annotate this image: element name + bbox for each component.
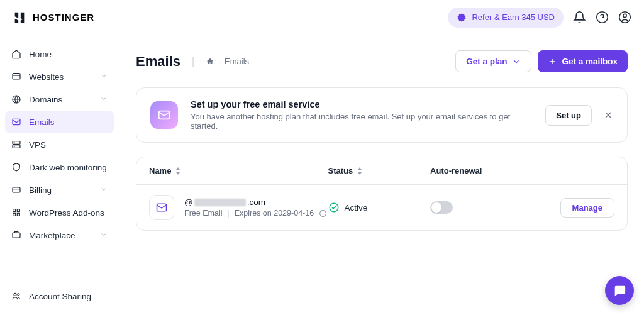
plus-icon: [548, 57, 557, 66]
table-header: Name Status Auto-renewal: [136, 157, 627, 185]
svg-rect-11: [13, 209, 16, 212]
get-mailbox-button[interactable]: Get a mailbox: [538, 50, 628, 72]
sidebar-item-billing[interactable]: Billing: [5, 179, 114, 201]
manage-button[interactable]: Manage: [560, 198, 614, 218]
status-text: Active: [345, 203, 368, 213]
badge-icon: [457, 13, 467, 23]
sidebar-item-home[interactable]: Home: [5, 43, 114, 65]
sidebar-item-label: VPS: [29, 140, 108, 150]
sidebar-item-wp-addons[interactable]: WordPress Add-ons: [5, 201, 114, 224]
svg-rect-10: [13, 187, 20, 192]
sort-icon: [357, 167, 363, 175]
svg-point-8: [14, 143, 14, 143]
email-meta: Free Email | Expires on 2029-04-16: [184, 209, 327, 218]
redacted-domain: [194, 199, 246, 206]
chevron-down-icon: [100, 231, 108, 240]
sidebar-item-label: Billing: [29, 185, 92, 195]
mail-icon: [150, 101, 178, 129]
sidebar-item-account-sharing[interactable]: Account Sharing: [5, 285, 114, 307]
column-header-status[interactable]: Status: [328, 166, 431, 175]
globe-icon: [11, 94, 21, 104]
logo-icon: [13, 11, 26, 25]
column-header-name[interactable]: Name: [149, 166, 328, 175]
svg-rect-3: [13, 74, 20, 79]
sidebar-item-label: Account Sharing: [29, 292, 108, 301]
sidebar-item-darkweb[interactable]: Dark web monitoring: [5, 156, 114, 179]
email-domain: @ .com: [184, 197, 327, 207]
info-icon[interactable]: [319, 209, 327, 218]
chat-widget-button[interactable]: [605, 276, 634, 305]
mail-icon: [11, 117, 21, 127]
svg-point-17: [18, 294, 19, 296]
sidebar-item-label: Marketplace: [29, 231, 92, 240]
page-header: Emails | - Emails Get a plan Get a mailb…: [136, 50, 628, 72]
svg-point-2: [623, 14, 626, 17]
svg-point-16: [14, 293, 16, 296]
brand-logo[interactable]: HOSTINGER: [13, 11, 94, 25]
svg-point-9: [14, 146, 14, 147]
account-icon[interactable]: [618, 11, 631, 25]
websites-icon: [11, 72, 21, 82]
button-label: Get a plan: [466, 57, 507, 66]
brand-name: HOSTINGER: [33, 12, 94, 23]
breadcrumb[interactable]: - Emails: [206, 57, 249, 66]
grid-icon: [11, 207, 21, 218]
emails-table: Name Status Auto-renewal @: [136, 157, 628, 231]
sidebar-item-label: Home: [29, 50, 108, 59]
svg-rect-13: [13, 213, 16, 216]
page-title: Emails: [136, 53, 180, 70]
chevron-down-icon: [100, 185, 108, 195]
close-icon[interactable]: [603, 110, 613, 120]
sidebar-item-label: Emails: [29, 118, 108, 127]
setup-description: You have another hosting plan that inclu…: [191, 112, 533, 131]
breadcrumb-text: - Emails: [219, 57, 249, 66]
button-label: Get a mailbox: [562, 57, 618, 66]
setup-banner: Set up your free email service You have …: [136, 87, 628, 143]
toggle-knob: [431, 202, 441, 213]
auto-renewal-toggle[interactable]: [430, 201, 453, 214]
shield-icon: [11, 162, 21, 172]
sidebar-item-label: Domains: [29, 95, 92, 104]
chevron-down-icon: [100, 95, 108, 104]
home-icon: [206, 57, 214, 66]
card-icon: [11, 185, 21, 195]
refer-label: Refer & Earn 345 USD: [472, 13, 555, 22]
sidebar-item-domains[interactable]: Domains: [5, 88, 114, 111]
help-icon[interactable]: [595, 11, 609, 25]
column-header-renewal: Auto-renewal: [430, 166, 545, 175]
get-plan-button[interactable]: Get a plan: [455, 50, 531, 72]
svg-rect-15: [13, 233, 20, 238]
table-row: @ .com Free Email | Expires on 2029-04-1…: [136, 185, 627, 230]
svg-rect-14: [17, 213, 19, 216]
top-header: HOSTINGER Refer & Earn 345 USD: [0, 0, 644, 35]
sidebar-item-label: Websites: [29, 72, 92, 82]
server-icon: [11, 140, 21, 150]
check-circle-icon: [328, 202, 340, 213]
sidebar-item-label: WordPress Add-ons: [29, 208, 108, 218]
sidebar-nav: Home Websites Domains Emails VPS: [5, 43, 114, 285]
header-right: Refer & Earn 345 USD: [448, 8, 631, 28]
mail-icon: [149, 195, 174, 220]
users-icon: [11, 291, 21, 301]
chat-icon: [613, 284, 626, 297]
sidebar-item-marketplace[interactable]: Marketplace: [5, 224, 114, 246]
sort-icon: [175, 167, 181, 175]
svg-rect-12: [17, 209, 19, 212]
chevron-down-icon: [100, 72, 108, 82]
svg-point-0: [596, 12, 608, 23]
home-icon: [11, 49, 21, 59]
setup-title: Set up your free email service: [191, 99, 533, 109]
sidebar-item-emails[interactable]: Emails: [5, 111, 114, 133]
sidebar: Home Websites Domains Emails VPS: [0, 35, 119, 315]
main-content: Emails | - Emails Get a plan Get a mailb…: [119, 35, 644, 315]
sidebar-item-vps[interactable]: VPS: [5, 133, 114, 156]
chevron-down-icon: [512, 57, 521, 66]
notifications-icon[interactable]: [572, 11, 586, 25]
store-icon: [11, 230, 21, 240]
sidebar-item-websites[interactable]: Websites: [5, 65, 114, 88]
refer-earn-pill[interactable]: Refer & Earn 345 USD: [448, 8, 564, 28]
setup-button[interactable]: Set up: [545, 105, 592, 126]
sidebar-item-label: Dark web monitoring: [29, 163, 108, 172]
